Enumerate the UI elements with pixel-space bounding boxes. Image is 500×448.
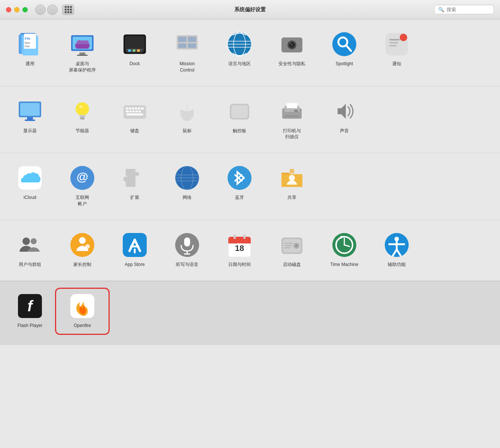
pref-spotlight[interactable]: Spotlight — [318, 27, 371, 79]
pref-datetime-label: 日期与时间 — [228, 261, 251, 268]
svg-text:JUL: JUL — [237, 242, 243, 246]
search-input[interactable] — [446, 7, 488, 12]
icon-grid-personal: File New One 通用 — [4, 27, 496, 79]
svg-rect-41 — [389, 39, 400, 40]
pref-flashplayer-label: Flash Player — [18, 323, 43, 329]
pref-network-label: 网络 — [183, 194, 192, 201]
pref-parental[interactable]: 家长控制 — [56, 228, 109, 273]
pref-openfire[interactable]: Openfire — [56, 289, 109, 334]
svg-point-40 — [400, 34, 407, 41]
pref-general[interactable]: File New One 通用 — [4, 27, 56, 79]
svg-rect-49 — [79, 115, 85, 116]
svg-point-52 — [77, 104, 88, 114]
svg-rect-22 — [178, 43, 186, 48]
svg-rect-46 — [27, 117, 33, 119]
pref-parental-label: 家长控制 — [73, 261, 91, 268]
pref-printer[interactable]: 打印机与扫描仪 — [266, 94, 318, 146]
svg-rect-47 — [25, 119, 35, 121]
svg-rect-64 — [135, 111, 138, 112]
svg-point-53 — [79, 106, 83, 108]
svg-point-93 — [31, 238, 37, 244]
pref-accessibility[interactable]: 辅助功能 — [371, 228, 423, 273]
pref-display-label: 显示器 — [23, 128, 37, 134]
minimize-button[interactable] — [14, 7, 19, 12]
svg-rect-13 — [125, 36, 144, 50]
svg-point-95 — [79, 237, 86, 244]
nav-buttons: ‹ › — [35, 4, 58, 15]
svg-point-91 — [289, 175, 295, 181]
svg-rect-51 — [80, 118, 85, 119]
svg-rect-63 — [132, 111, 135, 112]
pref-mission[interactable]: MissionControl — [161, 27, 213, 79]
pref-sound[interactable]: 声音 — [318, 94, 371, 146]
svg-rect-103 — [184, 237, 190, 246]
pref-dock[interactable]: Dock — [109, 27, 161, 79]
pref-language[interactable]: 语言与地区 — [213, 27, 266, 79]
pref-trackpad-label: 触控板 — [233, 128, 246, 134]
section-internet: iCloud @ 互联网帐户 — [0, 153, 500, 220]
pref-startup[interactable]: 启动磁盘 — [266, 228, 318, 273]
pref-mission-label: MissionControl — [180, 61, 195, 73]
pref-desktop[interactable]: 桌面与屏幕保护程序 — [56, 27, 109, 79]
grid-view-button[interactable] — [62, 4, 74, 15]
pref-sharing-label: 共享 — [287, 194, 296, 201]
svg-rect-118 — [284, 243, 293, 244]
pref-notification-label: 通知 — [392, 61, 401, 67]
pref-flashplayer[interactable]: f Flash Player — [4, 289, 56, 334]
pref-printer-label: 打印机与扫描仪 — [283, 128, 301, 140]
pref-timemachine[interactable]: Time Machine — [318, 228, 371, 273]
pref-mouse-label: 鼠标 — [183, 128, 192, 134]
pref-spotlight-label: Spotlight — [336, 61, 353, 67]
pref-bluetooth-label: 蓝牙 — [235, 194, 244, 201]
svg-text:One: One — [25, 45, 30, 48]
pref-keyboard[interactable]: 键盘 — [109, 94, 161, 146]
pref-datetime[interactable]: 18 JUL 日期与时间 — [213, 228, 266, 273]
icon-grid-system: 用户与群组 家长控制 — [4, 228, 496, 273]
svg-text:File: File — [25, 37, 31, 40]
pref-general-label: 通用 — [25, 61, 34, 67]
pref-extensions-label: 扩展 — [130, 194, 139, 201]
svg-rect-17 — [137, 49, 140, 52]
pref-notification[interactable]: 通知 — [371, 27, 423, 79]
svg-rect-23 — [188, 43, 196, 48]
svg-point-117 — [296, 245, 297, 246]
pref-trackpad[interactable]: 触控板 — [213, 94, 266, 146]
pref-display[interactable]: 显示器 — [4, 94, 56, 146]
svg-point-35 — [290, 43, 291, 44]
pref-bluetooth[interactable]: 蓝牙 — [213, 161, 266, 212]
svg-point-94 — [70, 233, 94, 257]
svg-rect-50 — [80, 116, 85, 118]
search-bar[interactable]: 🔍 — [434, 5, 494, 14]
svg-rect-43 — [389, 45, 397, 46]
pref-mouse[interactable]: 鼠标 — [161, 94, 213, 146]
svg-rect-55 — [126, 108, 128, 109]
pref-energy[interactable]: 节能器 — [56, 94, 109, 146]
back-button[interactable]: ‹ — [35, 4, 46, 15]
pref-sharing[interactable]: 共享 — [266, 161, 318, 212]
maximize-button[interactable] — [22, 7, 28, 12]
pref-extensions[interactable]: 扩展 — [109, 161, 161, 212]
pref-security[interactable]: 安全性与隐私 — [266, 27, 318, 79]
pref-internet-accounts[interactable]: @ 互联网帐户 — [56, 161, 109, 212]
svg-point-34 — [291, 44, 293, 46]
svg-rect-76 — [294, 110, 298, 112]
svg-point-36 — [332, 32, 356, 56]
pref-network[interactable]: 网络 — [161, 161, 213, 212]
search-icon: 🔍 — [438, 7, 444, 12]
svg-rect-11 — [77, 55, 88, 56]
pref-icloud[interactable]: iCloud — [4, 161, 56, 212]
svg-rect-65 — [138, 111, 141, 112]
pref-users[interactable]: 用户与群组 — [4, 228, 56, 273]
pref-security-label: 安全性与隐私 — [278, 61, 305, 67]
pref-dictation[interactable]: 听写与语音 — [161, 228, 213, 273]
pref-keyboard-label: 键盘 — [130, 128, 139, 134]
forward-button[interactable]: › — [47, 4, 58, 15]
svg-rect-61 — [126, 111, 129, 112]
pref-internet-accounts-label: 互联网帐户 — [76, 194, 89, 207]
svg-point-96 — [85, 244, 90, 249]
close-button[interactable] — [6, 7, 11, 12]
svg-rect-110 — [234, 234, 236, 239]
window-title: 系统偏好设置 — [234, 6, 266, 13]
svg-rect-57 — [132, 108, 134, 109]
pref-appstore[interactable]: App Store — [109, 228, 161, 273]
